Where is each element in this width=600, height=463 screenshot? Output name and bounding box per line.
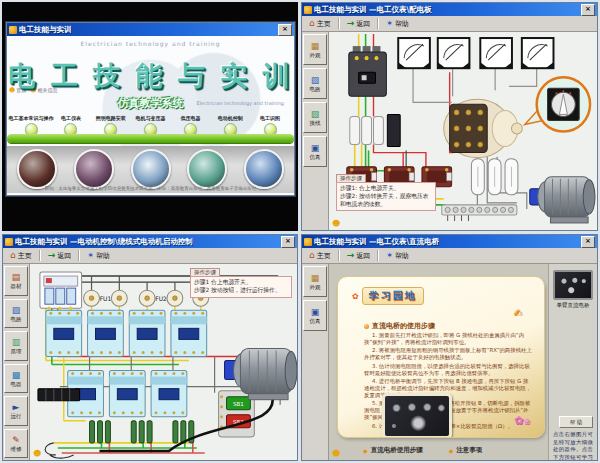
contactor-row-2 (68, 371, 187, 417)
close-icon[interactable]: × (278, 24, 292, 36)
help-tab[interactable]: 帮 助 (559, 416, 593, 428)
sidebar-item-circuit[interactable]: ▨电路 (4, 299, 28, 329)
meter-sim-canvas: 操作步骤 步骤1: 合上电源开关。 步骤2: 按动转换开关，观察电压表和电流表的… (329, 32, 597, 230)
sidebar-item-repair[interactable]: ✎维修 (4, 429, 28, 459)
tab-usage-steps[interactable]: ◆直流电桥使用步骤 (363, 446, 423, 455)
home-button[interactable]: ⌂主页 (6, 249, 36, 263)
box-icon: ▦ (311, 273, 320, 283)
menu-item-schematics[interactable]: 电工识图 (250, 115, 290, 136)
bottom-tabs: ◆直流电桥使用步骤 ◆注意事项 (363, 446, 482, 455)
toolbar: ⌂主页 →返回 ✶帮助 (3, 248, 297, 264)
assistant-smiley-icon[interactable]: ☻ (332, 220, 340, 228)
back-arrow-icon: → (347, 19, 355, 28)
toolbar-separator (39, 250, 41, 261)
splash-quadrant: 电工技能与实训 × Electrician technology and tra… (2, 2, 298, 231)
splash-content: Electrician technology and training ☻音乐 … (7, 36, 294, 195)
flower-decoration: ✿❀ (514, 414, 530, 427)
close-icon[interactable]: × (281, 236, 295, 248)
menu-item-instruments[interactable]: 电工仪表 (51, 115, 91, 136)
toolbar-separator (78, 250, 80, 261)
back-arrow-icon: → (347, 251, 355, 260)
help-icon: ✶ (386, 252, 393, 260)
step-1: 步骤1 合上电源开关。 (194, 279, 288, 287)
meter-sim-titlebar: 电工技能与实训 —电工仪表\配电板 × (302, 3, 597, 16)
terminal-strip (442, 205, 517, 215)
svg-text:SB1: SB1 (233, 401, 244, 407)
sidebar-item-equipment[interactable]: ▤器材 (4, 266, 28, 296)
sidebar-item-appearance[interactable]: ▦外观 (303, 34, 327, 65)
app-icon (5, 238, 13, 246)
menu-item-motor-control[interactable]: 电动机控制 (210, 115, 250, 136)
toolbar: ⌂主页 →返回 ✶帮助 (302, 16, 597, 32)
green-swoosh (7, 134, 294, 143)
learning-card: ✿ 学习园地 直流电桥的使用步骤 1. 测量前先打开检流计锁扣，即将 G 接线柱… (337, 276, 545, 438)
circuit-icon: ▨ (311, 75, 320, 85)
changeover-switch[interactable] (444, 99, 523, 157)
bridge-thumbnail[interactable] (553, 270, 593, 300)
right-panel: 单臂直流电桥 帮 助 点击右侧图片可见特写放大细微处的器件。点击下方按钮可学习相… (548, 264, 597, 460)
start-button[interactable]: SB1 (227, 397, 251, 410)
learning-quadrant: 电工技能与实训 —电工仪表\直流电桥 × ⌂主页 →返回 ✶帮助 ▦外观 ▣仿真 (301, 234, 598, 461)
back-button[interactable]: →返回 (343, 249, 375, 263)
photo-motor (187, 149, 227, 189)
help-button[interactable]: ✶帮助 (382, 249, 413, 263)
sidebar-item-simulation[interactable]: ▣仿真 (303, 136, 327, 167)
circuit-breaker[interactable] (40, 272, 82, 310)
fuse-holder (471, 159, 517, 195)
starting-resistors (90, 421, 194, 443)
close-icon[interactable]: × (581, 4, 595, 16)
window-title: 电工技能与实训 (19, 25, 72, 35)
menu-item-lowvoltage[interactable]: 低压电器 (170, 115, 210, 136)
sidebar-item-devices[interactable]: ▩电器 (4, 364, 28, 394)
fuse-label-fu1: FU1 (100, 295, 112, 302)
step-2: 步骤2: 按动转换开关，观察电压表和电流表的读数。 (340, 193, 432, 209)
panel-meter (480, 38, 512, 68)
operation-steps: 操作步骤 步骤1: 合上电源开关。 步骤2: 按动转换开关，观察电压表和电流表的… (336, 174, 436, 211)
window-title: 电工技能与实训 —电动机控制\绕线式电动机启动控制 (15, 237, 193, 247)
sidebar-item-circuit[interactable]: ▨电路 (303, 68, 327, 99)
sidebar-item-run[interactable]: ►运行 (4, 396, 28, 426)
meter-sim-quadrant: 电工技能与实训 —电工仪表\配电板 × ⌂主页 →返回 ✶帮助 ▦外观 ▨电路 … (301, 2, 598, 231)
help-button[interactable]: ✶帮助 (83, 249, 114, 263)
sidebar-item-principle[interactable]: ▥原理 (4, 331, 28, 361)
menu-item-basics[interactable]: 电工基本常识与操作 (11, 115, 51, 136)
back-button[interactable]: →返回 (44, 249, 76, 263)
monitor-icon: ▣ (311, 143, 320, 153)
home-button[interactable]: ⌂主页 (305, 17, 335, 31)
bullet-icon (364, 324, 369, 329)
publisher-footer: 研制：大连海事大学信息工程学院信息教育技术研究所 出版：高等教育出版社 高等教育… (7, 186, 294, 191)
flower-icon: ✿ (352, 292, 359, 301)
motor-sim-titlebar: 电工技能与实训 —电动机控制\绕线式电动机启动控制 × (3, 235, 297, 248)
sidebar-item-appearance[interactable]: ▦外观 (303, 266, 327, 297)
meter-sim-window: 电工技能与实训 —电工仪表\配电板 × ⌂主页 →返回 ✶帮助 ▦外观 ▨电路 … (301, 2, 598, 231)
tab-precautions[interactable]: ◆注意事项 (449, 446, 483, 455)
motor-sim-sidebar: ▤器材 ▨电路 ▥原理 ▩电器 ►运行 ✎维修 (3, 264, 30, 460)
assistant-smiley-icon[interactable]: ☻ (332, 450, 340, 458)
box-icon: ▦ (311, 41, 320, 51)
repair-icon: ✎ (12, 435, 20, 445)
menu-item-lighting[interactable]: 照明电路安装 (91, 115, 131, 136)
fuse-bank[interactable] (350, 114, 400, 146)
home-button[interactable]: ⌂主页 (305, 249, 335, 263)
sidebar-item-simulation[interactable]: ▣仿真 (303, 300, 327, 331)
module-menu: 电工基本常识与操作 电工仪表 照明电路安装 电机与变压器 低压电器 电动机控制 … (11, 115, 290, 136)
principle-icon: ▥ (12, 337, 21, 347)
motor-sim-quadrant: 电工技能与实训 —电动机控制\绕线式电动机启动控制 × ⌂主页 →返回 ✶帮助 … (2, 234, 298, 461)
step-text: 3. 估计待测电阻阻值，以便选择合适的比较臂与比例臂，选择比较臂时最好能使比较臂… (364, 363, 532, 377)
sidebar-item-wiring[interactable]: ▧接线 (303, 102, 327, 133)
step-text: 1. 测量前先打开检流计锁扣，即将 G 接线柱处的金属插片由“内接”拨到“外接”… (364, 332, 532, 346)
help-button[interactable]: ✶帮助 (382, 17, 413, 31)
switch-zoom-callout[interactable] (525, 77, 590, 131)
meter-sim-sidebar: ▦外观 ▨电路 ▧接线 ▣仿真 (302, 32, 329, 230)
close-icon[interactable]: × (581, 236, 595, 248)
step-1: 步骤1: 合上电源开关。 (340, 185, 432, 193)
assistant-smiley-icon[interactable]: ☻ (33, 450, 41, 458)
home-icon: ⌂ (309, 19, 315, 28)
menu-item-motors-transformers[interactable]: 电机与变压器 (131, 115, 171, 136)
english-caption-sub: Electrician technology and training (197, 100, 284, 106)
toolbar-separator (377, 18, 379, 29)
back-button[interactable]: →返回 (343, 17, 375, 31)
bridge-thumbnail-label: 单臂直流电桥 (549, 302, 597, 309)
screenshot-grid: 电工技能与实训 × Electrician technology and tra… (0, 0, 600, 463)
circuit-breaker[interactable] (349, 46, 387, 96)
